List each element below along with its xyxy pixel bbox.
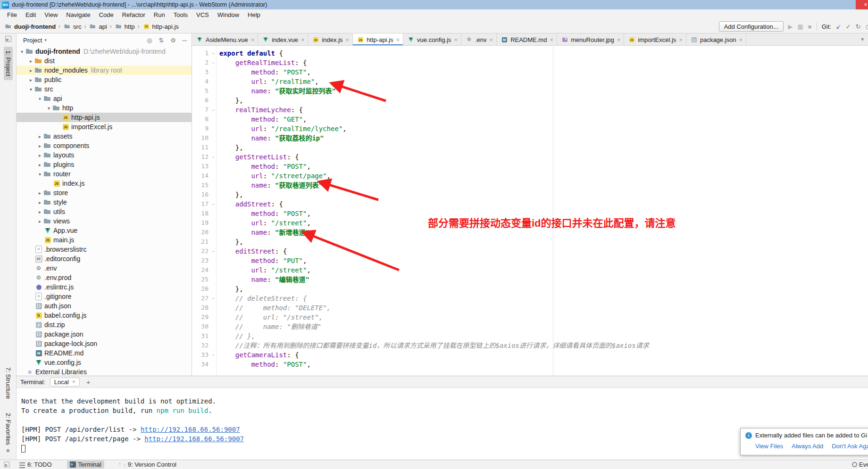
tree-item[interactable]: http-api.js (17, 113, 192, 122)
history-icon[interactable]: ↻ (856, 24, 861, 30)
editor-body[interactable]: 1−2−34567−89101112−1314151617−1819202122… (192, 46, 868, 376)
breadcrumb-item[interactable]: api (87, 23, 108, 30)
tree-item[interactable]: ▸dist (17, 56, 192, 66)
git-update-icon[interactable]: ↙ (836, 24, 841, 30)
tree-item[interactable]: ▸layouts (17, 150, 192, 160)
tree-item[interactable]: auth.json (17, 301, 192, 311)
chevron-right-icon[interactable]: ▸ (36, 209, 43, 214)
editor-code[interactable]: export default { getRealTimeList: { meth… (217, 46, 868, 376)
menu-vcs[interactable]: VCS (192, 9, 213, 20)
tree-item[interactable]: ▸plugins (17, 160, 192, 169)
tree-item[interactable]: .eslintrc.js (17, 282, 192, 292)
tree-item[interactable]: ▾http (17, 103, 192, 113)
event-log-button[interactable]: Event Log (852, 461, 868, 468)
tree-item[interactable]: babel.config.js (17, 311, 192, 320)
tree-item[interactable]: ▸utils (17, 207, 192, 216)
editor-tab[interactable]: AsideMenu.vue× (192, 33, 258, 46)
tool-windows-icon[interactable] (5, 36, 11, 42)
tree-item[interactable]: External Libraries (17, 367, 192, 376)
tree-item[interactable]: App.vue (17, 226, 192, 235)
tree-item[interactable]: ▸public (17, 75, 192, 84)
tree-item[interactable]: ▾api (17, 94, 192, 103)
editor-tab[interactable]: README.md× (497, 33, 557, 46)
editor-tab[interactable]: importExcel.js× (624, 33, 686, 46)
close-tab-icon[interactable]: × (251, 37, 255, 43)
toolwindow-corner-icon[interactable] (4, 462, 10, 468)
editor-tab[interactable]: package.json× (686, 33, 746, 46)
menu-window[interactable]: Window (213, 9, 243, 20)
close-tab-icon[interactable]: × (679, 37, 683, 43)
fold-icon[interactable]: − (210, 58, 216, 67)
breadcrumb-item[interactable]: http-api.js (141, 23, 180, 30)
tree-item[interactable]: ▸style (17, 197, 192, 207)
tree-item[interactable]: dist.zip (17, 320, 192, 329)
close-tab-icon[interactable]: × (490, 37, 493, 43)
tree-item[interactable]: .browserslistrc (17, 245, 192, 254)
add-configuration-button[interactable]: Add Configuration... (719, 21, 784, 32)
close-tab-icon[interactable]: × (346, 37, 350, 43)
menu-view[interactable]: View (40, 9, 62, 20)
editor-tab[interactable]: index.js× (308, 33, 353, 46)
fold-icon[interactable]: − (210, 294, 216, 303)
tree-item[interactable]: importExcel.js (17, 122, 192, 132)
breadcrumb-item[interactable]: duoji-frontend (3, 23, 57, 30)
chevron-right-icon[interactable]: ▸ (36, 200, 43, 205)
chevron-right-icon[interactable]: ▸ (27, 58, 34, 64)
settings-gear-icon[interactable]: ⚙ (170, 37, 176, 43)
close-tab-icon[interactable]: × (550, 37, 553, 43)
menu-edit[interactable]: Edit (21, 9, 40, 20)
structure-stripe-button[interactable]: 7: Structure (4, 363, 13, 403)
tree-item[interactable]: ▸views (17, 216, 192, 226)
fold-icon[interactable]: − (210, 152, 216, 162)
project-panel-title[interactable]: Project ▾ (23, 37, 47, 44)
menu-code[interactable]: Code (95, 9, 118, 20)
view-files-link[interactable]: View Files (755, 443, 783, 450)
tree-item[interactable]: ▸components (17, 141, 192, 150)
tree-item[interactable]: .editorconfig (17, 254, 192, 263)
tree-item[interactable]: ▾router (17, 169, 192, 179)
tree-item[interactable]: index.js (17, 179, 192, 188)
menu-file[interactable]: File (3, 9, 21, 20)
tree-item[interactable]: README.md (17, 348, 192, 358)
tree-item[interactable]: vue.config.js (17, 358, 192, 367)
profiler-icon[interactable]: ▦ (798, 24, 803, 30)
chevron-right-icon[interactable]: ▸ (27, 77, 34, 82)
chevron-down-icon[interactable]: ▾ (18, 49, 25, 54)
chevron-right-icon[interactable]: ▸ (36, 153, 43, 158)
clock-icon[interactable]: ◷ (866, 24, 868, 30)
toolwindow-button-vcs[interactable]: 9: Version Control (117, 461, 179, 469)
terminal-link[interactable]: http://192.168.66.56:9007 (141, 426, 240, 433)
chevron-right-icon[interactable]: ▸ (36, 190, 43, 196)
editor-tab[interactable]: vue.config.js× (403, 33, 461, 46)
chevron-down-icon[interactable]: ▾ (36, 96, 43, 101)
fold-icon[interactable]: − (210, 350, 216, 360)
new-terminal-session-icon[interactable]: + (84, 378, 92, 386)
toolwindow-button-todo[interactable]: 6: TODO (17, 461, 55, 469)
menu-tools[interactable]: Tools (169, 9, 192, 20)
toolwindow-button-term[interactable]: Terminal (67, 461, 104, 469)
tree-item[interactable]: ▸store (17, 188, 192, 197)
project-stripe-button[interactable]: 1: Project (4, 47, 13, 80)
chevron-down-icon[interactable]: ▾ (27, 87, 34, 92)
terminal-tab-local[interactable]: Local × (50, 378, 80, 387)
chevron-right-icon[interactable]: ▸ (27, 68, 34, 73)
tree-item[interactable]: package-lock.json (17, 339, 192, 348)
terminal-link[interactable]: http://192.168.66.56:9007 (144, 435, 244, 443)
tree-item[interactable]: ▾src (17, 84, 192, 94)
tree-item[interactable]: package.json (17, 329, 192, 339)
favorites-stripe-button[interactable]: 2: Favorites ★ (4, 409, 13, 458)
fold-icon[interactable]: − (210, 105, 216, 115)
always-add-link[interactable]: Always Add (792, 443, 823, 450)
editor-tab[interactable]: menuRouter.jpg× (557, 33, 624, 46)
tree-item[interactable]: .env (17, 263, 192, 273)
window-close-button[interactable]: × (856, 0, 868, 9)
fold-icon[interactable]: − (210, 247, 216, 256)
close-terminal-tab-icon[interactable]: × (72, 378, 75, 385)
chevron-right-icon[interactable]: ▸ (36, 143, 43, 148)
editor-tab[interactable]: http-api.js× (353, 33, 403, 46)
menu-refactor[interactable]: Refactor (118, 9, 150, 20)
breadcrumb-item[interactable]: http (113, 23, 136, 30)
chevron-right-icon[interactable]: ▸ (36, 219, 43, 224)
dont-ask-again-link[interactable]: Don't Ask Agai (832, 443, 868, 450)
tree-item[interactable]: ▾duoji-frontendD:\zheheWeb\duoji-fronten… (17, 47, 192, 56)
